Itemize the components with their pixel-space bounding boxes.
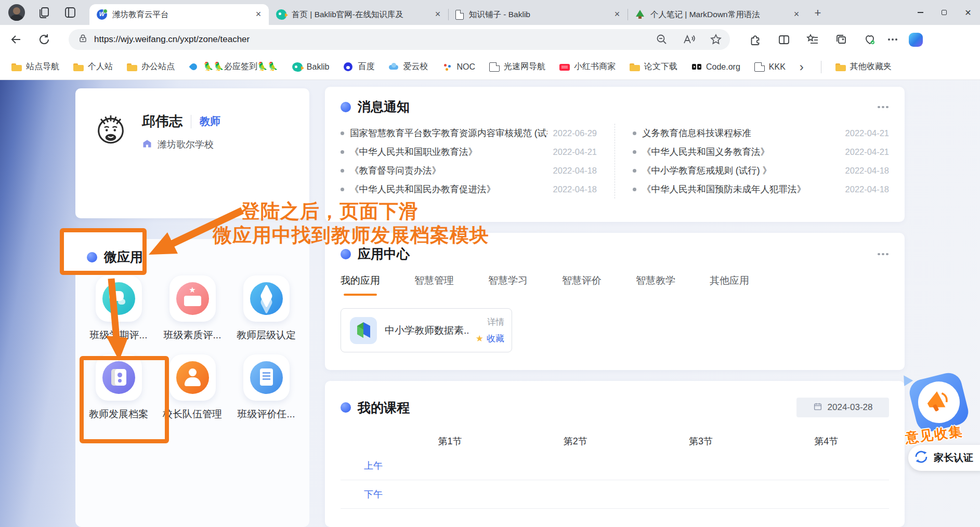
app-cell: 班级素质评... [155, 275, 229, 342]
app-icon [250, 282, 283, 315]
course-row-link[interactable]: 下午 [341, 480, 889, 509]
annotation-box-teacher-archive [80, 356, 169, 443]
refresh-icon[interactable] [37, 33, 51, 46]
bookmark-item[interactable]: 办公站点 [127, 61, 175, 72]
minimize-button[interactable] [908, 0, 932, 25]
browser-essentials-icon[interactable] [863, 33, 877, 46]
tab-actions-icon[interactable] [63, 6, 77, 19]
bookmark-item[interactable]: KKK [754, 62, 786, 72]
favorites-list-icon[interactable] [806, 33, 819, 46]
notification-item[interactable]: 《中华人民共和国职业教育法》 2022-04-21 [341, 142, 597, 161]
app-tile[interactable] [243, 275, 290, 322]
copilot-icon[interactable] [909, 33, 923, 47]
close-window-button[interactable]: ✕ [956, 0, 980, 25]
active-tab-underline [344, 294, 377, 296]
favorite-star-icon[interactable] [709, 33, 723, 46]
more-menu-icon[interactable] [877, 103, 889, 111]
bookmark-item[interactable]: 站点导航 [11, 61, 59, 72]
browser-tab[interactable]: 潍坊教育云平台 × [89, 4, 269, 25]
calendar-icon [813, 402, 822, 414]
app-center-tab[interactable]: 其他应用 [710, 274, 749, 296]
app-center-tab[interactable]: 智慧管理 [414, 274, 454, 296]
app-tile[interactable] [243, 354, 290, 401]
bookmark-item[interactable]: 小红书商家 [559, 61, 616, 72]
notification-item[interactable]: 义务教育信息科技课程标准 2022-04-21 [633, 124, 889, 142]
browser-profile-avatar[interactable] [8, 4, 25, 21]
workspaces-icon[interactable] [37, 6, 51, 19]
tab-close-icon[interactable]: × [432, 8, 444, 21]
notification-date: 2022-04-21 [845, 147, 889, 157]
lock-icon[interactable] [78, 33, 88, 46]
tab-close-icon[interactable]: × [252, 8, 265, 21]
app-center-tab[interactable]: 智慧评价 [562, 274, 602, 296]
browser-tab[interactable]: 个人笔记 | MarkDown常用语法 × [628, 4, 807, 25]
bookmarks-overflow-chevron-icon[interactable]: › [800, 61, 804, 73]
bookmark-label: NOC [456, 62, 475, 72]
annotation-line-2: 微应用中找到教师发展档案模块 [213, 222, 489, 248]
notification-date: 2022-04-21 [553, 147, 597, 157]
notification-text: 《中华人民共和国义务教育法》 [642, 146, 769, 158]
notification-item[interactable]: 《中小学教育惩戒规则 (试行) 》 2022-04-18 [633, 161, 889, 180]
app-glyph-icon [102, 282, 135, 315]
tab-close-icon[interactable]: × [790, 8, 803, 21]
tab-close-icon[interactable]: × [611, 8, 623, 21]
tab-label: 我的应用 [341, 274, 380, 287]
app-label: 班级学期评... [90, 328, 148, 342]
data-literacy-app-card[interactable]: 中小学教师数据素... 详情 收藏 [341, 308, 512, 352]
app-icon [176, 361, 209, 394]
notification-item[interactable]: 《中华人民共和国义务教育法》 2022-04-21 [633, 142, 889, 161]
bookmark-item[interactable]: 爱云校 [388, 61, 428, 72]
other-favorites-folder[interactable]: 其他收藏夹 [835, 61, 892, 72]
feedback-label: 意见收集 [904, 422, 964, 447]
notification-item[interactable]: 国家智慧教育平台数字教育资源内容审核规范 (试行) 2022-06-29 [341, 124, 597, 142]
extensions-icon[interactable] [749, 33, 762, 46]
notification-item[interactable]: 《中华人民共和国民办教育促进法》 2022-04-18 [341, 180, 597, 199]
favorite-label: 收藏 [487, 333, 504, 345]
url-text[interactable]: https://wjy.weifang.cn/yxpt/zone/teacher [94, 34, 655, 45]
address-bar[interactable]: https://wjy.weifang.cn/yxpt/zone/teacher [69, 29, 730, 50]
notification-item[interactable]: 《教育督导问责办法》 2022-04-18 [341, 161, 597, 180]
browser-tab[interactable]: 知识铺子 - Baklib × [448, 4, 628, 25]
bookmark-item[interactable]: 🦜🦜必应签到🦜🦜 [189, 61, 278, 72]
bookmark-label: 🦜🦜必应签到🦜🦜 [203, 61, 278, 72]
feedback-widget[interactable]: 意见收集 [898, 372, 980, 445]
course-row-link[interactable]: 上午 [341, 452, 889, 480]
period-column-header: 第2节 [513, 435, 638, 447]
app-center-tab[interactable]: 智慧教学 [636, 274, 675, 296]
bookmark-icon [189, 62, 199, 72]
bookmark-item[interactable]: 论文下载 [630, 61, 677, 72]
split-screen-icon[interactable] [777, 33, 791, 46]
tab-label: 智慧学习 [488, 274, 528, 287]
page-content: 邱伟志 教师 潍坊歌尔学校 微应用 [0, 80, 980, 527]
app-tile[interactable] [96, 275, 142, 322]
restore-button[interactable] [932, 0, 956, 25]
app-center-tab[interactable]: 智慧学习 [488, 274, 528, 296]
app-tile[interactable] [169, 354, 216, 401]
read-aloud-icon[interactable] [682, 33, 696, 46]
notification-item[interactable]: 《中华人民共和国预防未成年人犯罪法》 2022-04-18 [633, 180, 889, 199]
browser-tab[interactable]: 首页 | Baklib官网-在线知识库及 × [269, 4, 448, 25]
more-menu-icon[interactable] [877, 251, 889, 258]
app-glyph-icon [176, 282, 209, 315]
app-label: 校长队伍管理 [163, 407, 222, 421]
bookmark-icon [343, 62, 354, 72]
notification-text: 《教育督导问责办法》 [350, 164, 441, 177]
app-center-tab[interactable]: 我的应用 [341, 274, 380, 296]
bookmark-item[interactable]: 百度 [343, 61, 374, 72]
bookmark-item[interactable]: 光速网导航 [489, 61, 545, 72]
back-icon[interactable] [9, 33, 23, 46]
new-tab-button[interactable]: + [810, 6, 826, 21]
settings-more-icon[interactable] [892, 38, 894, 41]
zoom-out-icon[interactable] [655, 33, 669, 46]
app-tile[interactable] [169, 275, 216, 322]
date-value: 2024-03-28 [828, 402, 873, 413]
bookmark-item[interactable]: Baklib [292, 62, 330, 72]
bookmark-item[interactable]: Code.org [691, 62, 740, 72]
bookmark-item[interactable]: 个人站 [73, 61, 113, 72]
bookmark-item[interactable]: NOC [442, 62, 475, 72]
detail-link[interactable]: 详情 [487, 317, 504, 328]
date-picker[interactable]: 2024-03-28 [796, 398, 889, 417]
collections-icon[interactable] [834, 33, 848, 46]
parent-auth-widget[interactable]: 家长认证 [908, 445, 980, 471]
favorite-link[interactable]: 收藏 [476, 333, 504, 345]
